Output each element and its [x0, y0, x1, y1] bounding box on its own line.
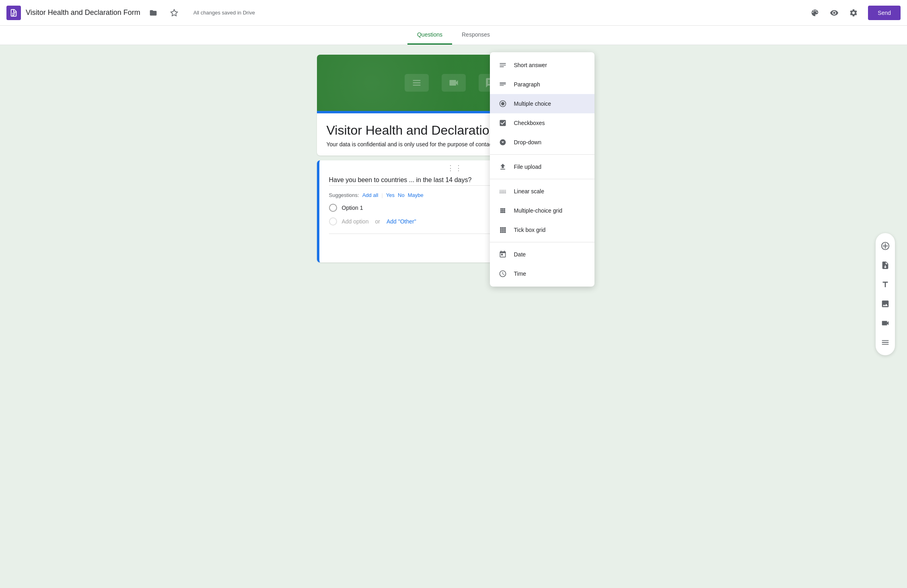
paragraph-icon: [498, 80, 508, 89]
menu-item-dropdown[interactable]: Drop-down: [490, 133, 594, 152]
svg-rect-17: [502, 229, 504, 231]
suggestion-no[interactable]: No: [398, 192, 405, 198]
menu-item-linear-scale[interactable]: Linear scale: [490, 182, 594, 201]
tab-questions[interactable]: Questions: [407, 26, 452, 45]
menu-label-checkboxes: Checkboxes: [514, 120, 545, 126]
checkboxes-icon: [498, 118, 508, 128]
tick-box-grid-icon: [498, 225, 508, 235]
saved-status: All changes saved in Drive: [193, 10, 255, 16]
right-toolbar: [876, 233, 895, 355]
add-other-link[interactable]: Add "Other": [387, 218, 416, 225]
svg-marker-0: [171, 9, 177, 16]
menu-label-short-answer: Short answer: [514, 62, 547, 68]
menu-item-multiple-choice[interactable]: Multiple choice: [490, 94, 594, 113]
add-question-button[interactable]: [876, 236, 895, 256]
svg-rect-15: [504, 227, 506, 229]
star-button[interactable]: [166, 5, 182, 21]
header-left: Visitor Health and Declaration Form All …: [6, 5, 807, 21]
menu-label-multiple-choice: Multiple choice: [514, 100, 551, 107]
mc-grid-icon: [498, 206, 508, 215]
multiple-choice-icon: [498, 99, 508, 109]
banner-icon-2: [442, 74, 466, 92]
menu-label-linear-scale: Linear scale: [514, 188, 545, 195]
menu-label-date: Date: [514, 251, 526, 258]
divider-1: [490, 154, 594, 155]
add-image-button[interactable]: [876, 294, 895, 313]
svg-point-8: [502, 210, 503, 211]
dropdown-icon: [498, 137, 508, 147]
menu-item-time[interactable]: Time: [490, 264, 594, 283]
menu-item-date[interactable]: Date: [490, 245, 594, 264]
add-option-or: or: [375, 218, 380, 225]
svg-point-9: [504, 210, 505, 211]
app-header: Visitor Health and Declaration Form All …: [0, 0, 907, 26]
menu-label-paragraph: Paragraph: [514, 81, 540, 88]
svg-point-4: [500, 208, 502, 210]
header-icons: Send: [807, 5, 901, 21]
svg-point-11: [502, 211, 503, 213]
banner-icon-1: [405, 74, 429, 92]
app-icon: [6, 6, 21, 20]
menu-label-mc-grid: Multiple-choice grid: [514, 207, 563, 214]
palette-button[interactable]: [807, 5, 823, 21]
svg-rect-14: [502, 227, 504, 229]
svg-point-6: [504, 208, 505, 210]
option-1-label: Option 1: [342, 205, 363, 211]
add-section-button[interactable]: [876, 333, 895, 352]
folder-button[interactable]: [145, 5, 161, 21]
settings-button[interactable]: [845, 5, 862, 21]
suggestions-label: Suggestions:: [329, 192, 359, 198]
svg-point-10: [500, 211, 502, 213]
suggestion-maybe[interactable]: Maybe: [408, 192, 424, 198]
drag-handle: ⋮⋮: [447, 164, 463, 172]
menu-label-dropdown: Drop-down: [514, 139, 541, 145]
linear-scale-icon: [498, 186, 508, 196]
svg-rect-19: [500, 231, 502, 233]
add-title-button[interactable]: [876, 275, 895, 294]
add-option-label[interactable]: Add option: [342, 218, 369, 225]
suggestion-yes[interactable]: Yes: [386, 192, 395, 198]
svg-point-7: [500, 210, 502, 211]
time-icon: [498, 269, 508, 279]
radio-circle-add: [329, 217, 337, 225]
menu-label-file-upload: File upload: [514, 164, 542, 170]
send-button[interactable]: Send: [868, 6, 901, 20]
add-video-button[interactable]: [876, 313, 895, 333]
menu-item-file-upload[interactable]: File upload: [490, 157, 594, 176]
menu-label-time: Time: [514, 270, 527, 277]
svg-rect-18: [504, 229, 506, 231]
divider-3: [490, 242, 594, 242]
svg-rect-21: [504, 231, 506, 233]
type-dropdown-menu: Short answer Paragraph Multiple choice C…: [490, 52, 594, 287]
svg-point-5: [502, 208, 503, 210]
svg-point-2: [501, 102, 504, 105]
form-title-header: Visitor Health and Declaration Form: [26, 8, 140, 17]
menu-item-short-answer[interactable]: Short answer: [490, 55, 594, 75]
divider-2: [490, 179, 594, 179]
menu-label-tick-box-grid: Tick box grid: [514, 227, 546, 233]
file-upload-icon: [498, 162, 508, 172]
svg-rect-13: [500, 227, 502, 229]
menu-item-checkboxes[interactable]: Checkboxes: [490, 113, 594, 133]
menu-item-mc-grid[interactable]: Multiple-choice grid: [490, 201, 594, 220]
svg-rect-20: [502, 231, 504, 233]
preview-button[interactable]: [826, 5, 842, 21]
menu-item-paragraph[interactable]: Paragraph: [490, 75, 594, 94]
suggestion-add-all[interactable]: Add all: [362, 192, 378, 198]
menu-item-tick-box-grid[interactable]: Tick box grid: [490, 220, 594, 240]
svg-point-12: [504, 211, 505, 213]
short-answer-icon: [498, 60, 508, 70]
date-icon: [498, 250, 508, 259]
radio-circle-1: [329, 204, 337, 212]
import-questions-button[interactable]: [876, 256, 895, 275]
tab-responses[interactable]: Responses: [452, 26, 500, 45]
svg-rect-16: [500, 229, 502, 231]
main-content: Visitor Health and Declaration Form Your…: [0, 45, 907, 267]
tabs-bar: Questions Responses: [0, 26, 907, 45]
